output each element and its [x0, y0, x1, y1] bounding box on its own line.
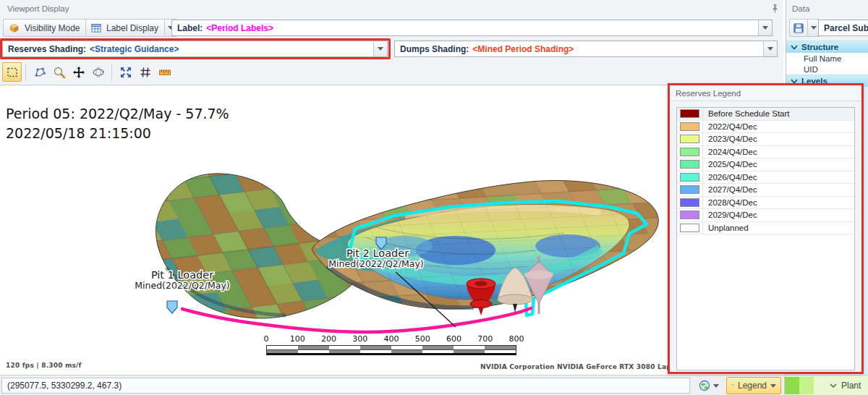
- label-combo-prefix: Label:: [177, 23, 203, 33]
- pit1-sublabel: Mined(2022/Q2/May): [135, 280, 229, 291]
- scale-tick-label: 800: [509, 334, 524, 344]
- parcel-subset-combo[interactable]: Parcel Subse: [818, 20, 868, 36]
- period-overlay-line1: Period 05: 2022/Q2/May - 57.7%: [6, 104, 229, 124]
- scale-tick-label: 400: [384, 334, 399, 344]
- globe-icon: [699, 380, 711, 392]
- legend-color-swatch: [680, 109, 699, 118]
- tree-item-full-name[interactable]: Full Name: [786, 53, 868, 64]
- reserves-combo-prefix: Reserves Shading:: [8, 44, 86, 54]
- legend-color-swatch: [680, 122, 699, 131]
- legend-row[interactable]: 2024/Q4/Dec: [677, 146, 854, 159]
- legend-row[interactable]: Unplanned: [677, 222, 854, 235]
- legend-toggle-button[interactable]: Legend: [726, 377, 781, 394]
- panel-title: Viewport Display: [7, 4, 69, 13]
- legend-item-label: 2022/Q4/Dec: [703, 121, 757, 133]
- zoom-extents-tool[interactable]: [116, 62, 135, 82]
- scale-bar-segment: [422, 350, 454, 353]
- pit2-sublabel: Mined(2022/Q2/May): [328, 258, 423, 269]
- dumps-combo-prefix: Dumps Shading:: [400, 44, 469, 54]
- orbit-tool[interactable]: [88, 62, 108, 82]
- scale-bar-segment: [329, 346, 360, 349]
- pit2-label: Pit 2 Loader: [346, 247, 409, 259]
- scale-bar-segment: [360, 346, 391, 349]
- scale-tick-label: 100: [290, 334, 305, 344]
- legend-row[interactable]: 2027/Q4/Dec: [677, 184, 854, 197]
- legend-item-label: 2024/Q4/Dec: [703, 146, 757, 158]
- legend-color-swatch: [680, 173, 699, 182]
- scale-bar-segment: [298, 346, 329, 349]
- chevron-down-icon: [830, 383, 837, 388]
- scale-tick-label: 300: [352, 334, 367, 344]
- legend-row[interactable]: Before Schedule Start: [677, 108, 854, 121]
- legend-row[interactable]: 2029/Q4/Dec: [677, 209, 854, 222]
- scale-bar-segment: [391, 346, 422, 349]
- plant-color-swatch-2: [799, 377, 814, 394]
- plant-label: Plant: [841, 381, 861, 391]
- label-display-button[interactable]: Label Display: [85, 19, 177, 37]
- scale-bar-segment: [485, 346, 516, 349]
- pan-tool[interactable]: [69, 62, 88, 82]
- measure-tool[interactable]: [155, 62, 174, 82]
- scale-bar-segment: [454, 346, 485, 349]
- legend-item-label: 2027/Q4/Dec: [703, 184, 757, 196]
- scale-bar-segment: [391, 350, 422, 353]
- grid-toggle-tool[interactable]: [135, 62, 155, 82]
- scale-bar-segment: [267, 350, 298, 353]
- scale-tick-label: 700: [477, 334, 493, 344]
- tree-item-uid[interactable]: UID: [786, 64, 868, 75]
- period-overlay: Period 05: 2022/Q2/May - 57.7% 2022/05/1…: [6, 104, 229, 143]
- label-combo-dropdown[interactable]: [758, 20, 772, 35]
- dumps-combo-dropdown[interactable]: [763, 41, 777, 56]
- plant-legend-segment[interactable]: Plant: [784, 375, 868, 395]
- viewport-3d: Pit 1 Loader Mined(2022/Q2/May) Pit 2 Lo…: [0, 85, 783, 375]
- legend-list: Before Schedule Start2022/Q4/Dec2023/Q4/…: [676, 107, 855, 370]
- legend-row[interactable]: 2022/Q4/Dec: [677, 121, 854, 134]
- legend-row[interactable]: 2026/Q4/Dec: [677, 171, 854, 184]
- scale-bar-segment: [360, 350, 391, 353]
- tree-group-structure[interactable]: Structure: [786, 41, 868, 53]
- chevron-down-icon: [791, 45, 798, 50]
- reserves-legend-title: Reserves Legend: [670, 85, 861, 101]
- legend-item-label: 2029/Q4/Dec: [703, 209, 757, 221]
- pin-icon[interactable]: [771, 4, 779, 15]
- reserves-combo-dropdown[interactable]: [373, 41, 387, 56]
- legend-color-swatch: [680, 211, 699, 219]
- data-panel-title: Data: [792, 4, 809, 13]
- coordinate-readout: (295077.5, 5330299.2, 467.3): [1, 378, 690, 394]
- zoom-tool[interactable]: [49, 62, 69, 82]
- pit1-label: Pit 1 Loader: [151, 269, 213, 281]
- legend-row[interactable]: 2028/Q4/Dec: [677, 197, 854, 210]
- legend-row[interactable]: 2023/Q4/Dec: [677, 133, 854, 146]
- label-combo-value: <Period Labels>: [206, 23, 273, 33]
- save-layout-button[interactable]: [789, 19, 820, 37]
- reserves-shading-combo[interactable]: Reserves Shading: <Strategic Guidance>: [2, 41, 388, 57]
- visibility-mode-button[interactable]: Visibility Mode: [3, 19, 98, 37]
- pit1-loader-marker[interactable]: [167, 301, 177, 313]
- plant-color-swatch-1: [785, 377, 799, 394]
- legend-item-label: Unplanned: [703, 222, 749, 234]
- coordinate-system-button[interactable]: [694, 378, 723, 394]
- status-bar: (295077.5, 5330299.2, 467.3) Legend: [0, 375, 784, 395]
- scale-bar-segment: [485, 350, 516, 353]
- dumps-combo-value: <Mined Period Shading>: [472, 44, 574, 54]
- legend-color-swatch: [680, 198, 699, 207]
- dumps-shading-combo[interactable]: Dumps Shading: <Mined Period Shading>: [394, 41, 778, 57]
- scale-tick-label: 200: [321, 334, 336, 344]
- viewport-display-panel: Viewport Display Visibility Mode Label D…: [0, 0, 783, 85]
- legend-item-label: Before Schedule Start: [703, 108, 790, 120]
- legend-item-label: 2028/Q4/Dec: [703, 197, 757, 209]
- period-overlay-line2: 2022/05/18 21:15:00: [6, 124, 229, 143]
- scale-bar-segment: [422, 346, 454, 349]
- scale-bar: 0100200300400500600700800: [266, 334, 519, 357]
- select-rectangle-tool[interactable]: [2, 62, 22, 82]
- scale-bar-segment: [267, 346, 298, 349]
- label-combo[interactable]: Label: <Period Labels>: [171, 20, 773, 36]
- scale-bar-segment: [454, 350, 485, 353]
- scale-bar-segment: [329, 350, 360, 353]
- polygon-select-tool[interactable]: [30, 62, 49, 82]
- label-display-icon: [90, 22, 102, 33]
- legend-row[interactable]: 2025/Q4/Dec: [677, 158, 854, 171]
- reserves-legend-panel: Reserves Legend Before Schedule Start202…: [668, 83, 864, 374]
- visibility-mode-icon: [8, 22, 20, 34]
- legend-color-swatch: [680, 185, 699, 194]
